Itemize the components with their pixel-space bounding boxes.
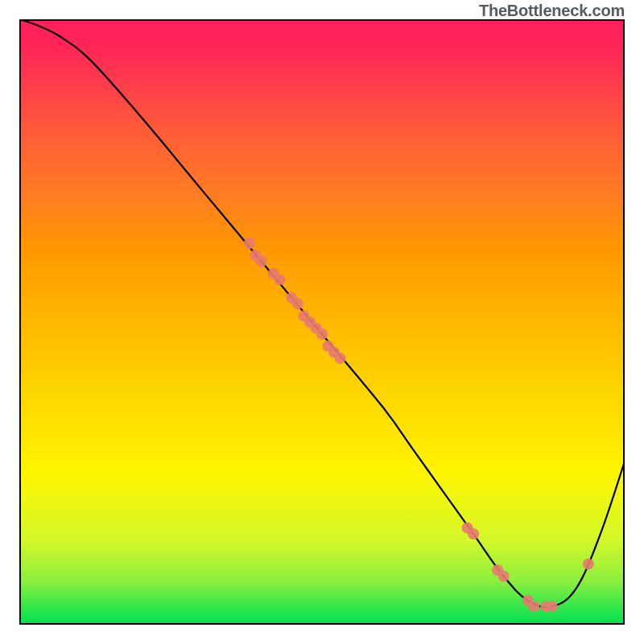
chart-container: TheBottleneck.com <box>0 0 644 644</box>
watermark-text: TheBottleneck.com <box>479 2 625 20</box>
plot-gradient-background <box>19 19 625 625</box>
